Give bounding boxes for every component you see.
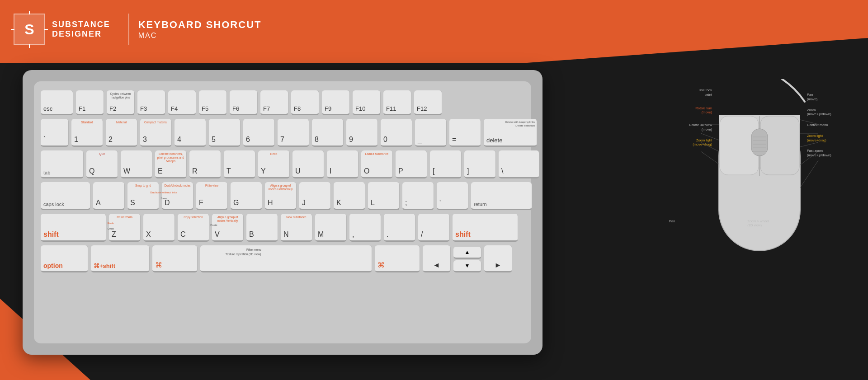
key-9-label: 9 <box>349 136 353 144</box>
key-return-label: return <box>474 202 487 207</box>
key-f6[interactable]: F6 <box>230 90 258 115</box>
key-f[interactable]: Fit in view F <box>196 182 228 210</box>
key-7[interactable]: 7 <box>278 119 309 147</box>
key-backslash[interactable]: \ <box>499 150 539 178</box>
key-i[interactable]: I <box>327 150 359 178</box>
key-period[interactable]: . <box>384 214 415 242</box>
key-capslock[interactable]: caps lock <box>41 182 90 210</box>
key-f4-label: F4 <box>171 106 178 112</box>
key-arrow-updown[interactable]: ▲ ▼ <box>453 247 481 272</box>
key-g[interactable]: G <box>231 182 262 210</box>
key-k[interactable]: K <box>334 182 365 210</box>
key-n[interactable]: New substance N <box>281 214 312 242</box>
key-return[interactable]: return <box>471 182 532 210</box>
key-f3[interactable]: F3 <box>137 90 165 115</box>
key-rbracket[interactable]: ] <box>464 150 496 178</box>
key-8[interactable]: 8 <box>312 119 344 147</box>
key-lbracket[interactable]: [ <box>430 150 462 178</box>
key-h[interactable]: Align a group of nodes Horizontally H <box>265 182 297 210</box>
key-t[interactable]: T <box>224 150 255 178</box>
key-f-hint: Fit in view <box>198 184 226 188</box>
key-d-hint2: Duplicate without links <box>150 191 178 194</box>
key-delete[interactable]: Delete with keeping links Delete selecti… <box>484 119 537 147</box>
key-5[interactable]: 5 <box>209 119 241 147</box>
key-b[interactable]: B <box>246 214 278 242</box>
key-arrow-up[interactable]: ▲ <box>453 247 481 259</box>
key-x[interactable]: X <box>143 214 175 242</box>
key-f2[interactable]: Cycles between navigation pins F2 <box>107 90 135 115</box>
key-backtick[interactable]: ` <box>41 119 69 147</box>
key-space[interactable]: Filter menu Texture repetition (2D view) <box>200 245 372 272</box>
key-f7[interactable]: F7 <box>260 90 288 115</box>
key-x-label: X <box>146 230 151 239</box>
key-p[interactable]: P <box>396 150 427 178</box>
key-4[interactable]: 4 <box>175 119 206 147</box>
key-f3-label: F3 <box>140 106 147 112</box>
key-f9[interactable]: F9 <box>322 90 350 115</box>
key-option[interactable]: option <box>41 245 88 272</box>
key-f11[interactable]: F11 <box>383 90 411 115</box>
key-right-shift[interactable]: shift <box>453 214 518 242</box>
key-a[interactable]: A <box>93 182 125 210</box>
key-arrow-right[interactable]: ► <box>484 245 512 272</box>
key-esc[interactable]: esc <box>41 90 73 115</box>
key-l[interactable]: L <box>368 182 400 210</box>
key-j[interactable]: J <box>299 182 331 210</box>
key-f4[interactable]: F4 <box>168 90 196 115</box>
key-m[interactable]: M <box>315 214 347 242</box>
keyboard: esc F1 Cycles between navigation pins F2… <box>23 70 542 355</box>
key-6[interactable]: 6 <box>243 119 275 147</box>
key-backtick-label: ` <box>43 136 46 144</box>
key-arrow-left[interactable]: ◄ <box>423 245 451 272</box>
key-arrow-down[interactable]: ▼ <box>453 260 481 272</box>
key-c-hint: Copy selection <box>179 216 207 219</box>
title-sub: MAC <box>138 32 262 40</box>
key-f10[interactable]: F10 <box>353 90 381 115</box>
key-0[interactable]: 0 <box>381 119 412 147</box>
key-3-hint: Compact material <box>142 121 170 124</box>
key-tab[interactable]: tab <box>41 150 84 178</box>
key-comma[interactable]: , <box>349 214 381 242</box>
key-f10-label: F10 <box>355 106 365 112</box>
annot-context-text: Context menu <box>807 123 828 127</box>
delete-hints: Delete with keeping links Delete selecti… <box>505 120 535 128</box>
logo-box: S <box>14 14 45 45</box>
key-o[interactable]: Load a substance O <box>361 150 393 178</box>
key-q[interactable]: Quit Q <box>86 150 118 178</box>
key-c[interactable]: Copy selection C <box>178 214 209 242</box>
key-f6-label: F6 <box>232 106 239 112</box>
key-z[interactable]: Reset zoom Redo Undo Z <box>109 214 141 242</box>
key-minus[interactable]: _ <box>415 119 447 147</box>
key-3[interactable]: Compact material 3 <box>140 119 172 147</box>
key-f12[interactable]: F12 <box>414 90 442 115</box>
key-right-label: ► <box>487 261 509 269</box>
key-2[interactable]: Material 2 <box>106 119 137 147</box>
key-f1[interactable]: F1 <box>76 90 104 115</box>
key-f5[interactable]: F5 <box>199 90 227 115</box>
key-n-label: N <box>283 230 289 239</box>
key-s[interactable]: Snap to grid S <box>127 182 159 210</box>
key-f2-label: F2 <box>109 106 116 112</box>
key-9[interactable]: 9 <box>346 119 378 147</box>
svg-rect-6 <box>751 129 768 156</box>
key-g-label: G <box>233 199 239 207</box>
key-minus-label: _ <box>418 136 422 144</box>
key-semicolon[interactable]: ; <box>402 182 434 210</box>
mouse-annot-pan: Pan(move) <box>807 93 859 102</box>
key-equals[interactable]: = <box>449 119 481 147</box>
key-r[interactable]: R <box>189 150 221 178</box>
key-slash[interactable]: / <box>418 214 450 242</box>
key-v[interactable]: Align a group of nodes Vertically Paste … <box>212 214 244 242</box>
key-1-hint: Standard <box>73 121 101 124</box>
key-w[interactable]: W <box>121 150 152 178</box>
key-y[interactable]: Redo Y <box>258 150 290 178</box>
key-quote[interactable]: ' <box>437 182 468 210</box>
key-f8[interactable]: F8 <box>291 90 319 115</box>
key-e[interactable]: Edit the instances, pixel processors and… <box>155 150 187 178</box>
key-d[interactable]: Dock/Undock nodes Duplicate without link… <box>162 182 193 210</box>
key-u[interactable]: U <box>292 150 324 178</box>
key-n-hint: New substance <box>282 216 310 219</box>
key-1[interactable]: Standard 1 <box>71 119 103 147</box>
key-cmd-right[interactable]: ⌘ <box>375 245 420 272</box>
key-d-hint3: Save <box>150 197 178 200</box>
